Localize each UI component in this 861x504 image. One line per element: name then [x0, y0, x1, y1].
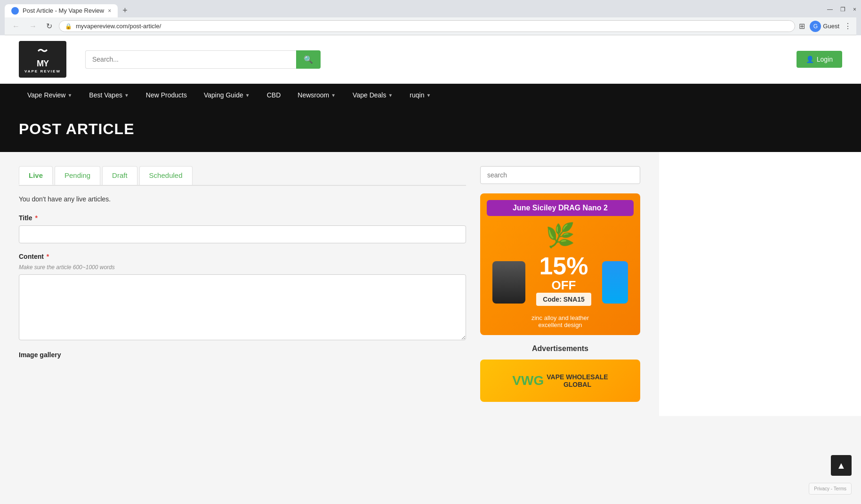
tab-pending[interactable]: Pending: [55, 166, 100, 185]
tab-title: Post Article - My Vape Review: [23, 7, 104, 14]
login-icon: 👤: [806, 56, 814, 63]
page-banner: POST ARTICLE: [0, 106, 861, 152]
nav-vaping-guide[interactable]: Vaping Guide ▼: [195, 84, 258, 106]
header-search-button[interactable]: 🔍: [296, 50, 321, 69]
tab-close-button[interactable]: ×: [108, 8, 111, 14]
promo-discount: 15%: [536, 254, 591, 278]
back-button[interactable]: ←: [9, 21, 23, 32]
main-content: Live Pending Draft Scheduled You don't h…: [0, 152, 659, 416]
nav-arrow-icon: ▼: [388, 93, 393, 98]
promo-devices: 15% OFF Code: SNA15: [487, 254, 634, 311]
minimize-button[interactable]: —: [827, 6, 833, 13]
content-required: *: [47, 253, 49, 260]
nav-arrow-icon: ▼: [245, 93, 250, 98]
image-gallery-label: Image gallery: [19, 351, 466, 359]
ads-name2: GLOBAL: [547, 381, 608, 388]
title-input[interactable]: [19, 225, 466, 243]
url-input[interactable]: [76, 23, 789, 30]
address-bar[interactable]: 🔒: [59, 20, 795, 32]
right-column: June Siciley DRAG Nano 2 🌿 15% OFF Code:…: [480, 166, 640, 402]
title-form-group: Title *: [19, 214, 466, 243]
close-window-button[interactable]: ×: [853, 6, 856, 13]
login-label: Login: [817, 56, 833, 63]
promo-discount-area: 15% OFF Code: SNA15: [536, 254, 591, 311]
logo-box: 〜 MY VAPE REVIEW: [19, 41, 66, 78]
logo-wave-icon: 〜: [24, 45, 61, 58]
tab-live[interactable]: Live: [19, 166, 53, 185]
header-search-input[interactable]: [85, 50, 296, 69]
promo-tagline: zinc alloy and leather excellent design: [487, 314, 634, 328]
nav-arrow-icon: ▼: [426, 93, 431, 98]
toolbar-right: ⊞ G Guest ⋮: [799, 21, 852, 32]
nav-arrow-icon: ▼: [331, 93, 336, 98]
tab-favicon: [11, 7, 19, 15]
menu-icon[interactable]: ⋮: [844, 22, 852, 31]
maximize-button[interactable]: ❐: [840, 6, 845, 13]
login-button[interactable]: 👤 Login: [797, 51, 842, 68]
nav-arrow-icon: ▼: [67, 93, 72, 98]
content-hint: Make sure the article 600~1000 words: [19, 264, 466, 271]
promo-banner: June Siciley DRAG Nano 2 🌿 15% OFF Code:…: [480, 193, 640, 335]
ads-logo-area: VWG VAPE WHOLESALE GLOBAL: [512, 373, 608, 388]
new-tab-button[interactable]: +: [118, 4, 132, 17]
promo-code-box: Code: SNA15: [536, 293, 591, 306]
title-required: *: [35, 214, 37, 222]
lock-icon: 🔒: [65, 23, 72, 30]
active-tab[interactable]: Post Article - My Vape Review ×: [5, 4, 118, 17]
promo-device-left: [492, 261, 525, 304]
logo-sub: VAPE REVIEW: [24, 69, 61, 74]
promo-leaf: 🌿: [546, 222, 575, 248]
vwg-logo: VWG: [512, 373, 544, 388]
guest-label: Guest: [823, 23, 839, 30]
content-label: Content *: [19, 253, 466, 260]
nav-vape-deals[interactable]: Vape Deals ▼: [344, 84, 401, 106]
content-textarea[interactable]: [19, 274, 466, 340]
nav-arrow-icon: ▼: [124, 93, 129, 98]
site-logo: 〜 MY VAPE REVIEW: [19, 41, 66, 78]
forward-button[interactable]: →: [26, 21, 40, 32]
ads-section: Advertisements VWG VAPE WHOLESALE GLOBAL: [480, 344, 640, 402]
no-articles-message: You don't have any live articles.: [19, 195, 466, 203]
tab-draft[interactable]: Draft: [102, 166, 137, 185]
ads-name: VAPE WHOLESALE: [547, 373, 608, 381]
image-gallery-group: Image gallery: [19, 351, 466, 359]
content-form-group: Content * Make sure the article 600~1000…: [19, 253, 466, 342]
logo-main: MY: [24, 58, 61, 69]
guest-avatar: G: [810, 21, 821, 32]
browser-toolbar: ← → ↻ 🔒 ⊞ G Guest ⋮: [5, 17, 856, 35]
bookmark-icon[interactable]: ⊞: [799, 22, 805, 31]
promo-off: OFF: [536, 278, 591, 293]
nav-newsroom[interactable]: Newsroom ▼: [289, 84, 344, 106]
article-tabs: Live Pending Draft Scheduled: [19, 166, 466, 186]
nav-best-vapes[interactable]: Best Vapes ▼: [80, 84, 137, 106]
sidebar-search-input[interactable]: [480, 166, 640, 184]
promo-header: June Siciley DRAG Nano 2: [487, 200, 634, 216]
website: 〜 MY VAPE REVIEW 🔍 👤 Login Vape Review ▼…: [0, 35, 861, 416]
tab-bar: Post Article - My Vape Review × + — ❐ ×: [5, 4, 856, 17]
ads-banner: VWG VAPE WHOLESALE GLOBAL: [480, 360, 640, 402]
header-right: 👤 Login: [797, 51, 842, 68]
guest-area[interactable]: G Guest: [810, 21, 839, 32]
tab-scheduled[interactable]: Scheduled: [139, 166, 193, 185]
page-title: POST ARTICLE: [19, 120, 842, 138]
left-column: Live Pending Draft Scheduled You don't h…: [19, 166, 466, 402]
window-controls: — ❐ ×: [827, 6, 856, 16]
site-header: 〜 MY VAPE REVIEW 🔍 👤 Login: [0, 35, 861, 84]
site-nav: Vape Review ▼ Best Vapes ▼ New Products …: [0, 84, 861, 106]
reload-button[interactable]: ↻: [43, 21, 55, 32]
browser-chrome: Post Article - My Vape Review × + — ❐ × …: [0, 0, 861, 35]
vwg-logo-area: VWG VAPE WHOLESALE GLOBAL: [512, 373, 608, 388]
ads-title: Advertisements: [480, 344, 640, 353]
nav-cbd[interactable]: CBD: [258, 84, 290, 106]
nav-new-products[interactable]: New Products: [137, 84, 195, 106]
promo-device-right: [602, 261, 628, 304]
title-label: Title *: [19, 214, 466, 222]
site-search: 🔍: [85, 50, 321, 69]
nav-vape-review[interactable]: Vape Review ▼: [19, 84, 80, 106]
nav-ruqin[interactable]: ruqin ▼: [401, 84, 439, 106]
